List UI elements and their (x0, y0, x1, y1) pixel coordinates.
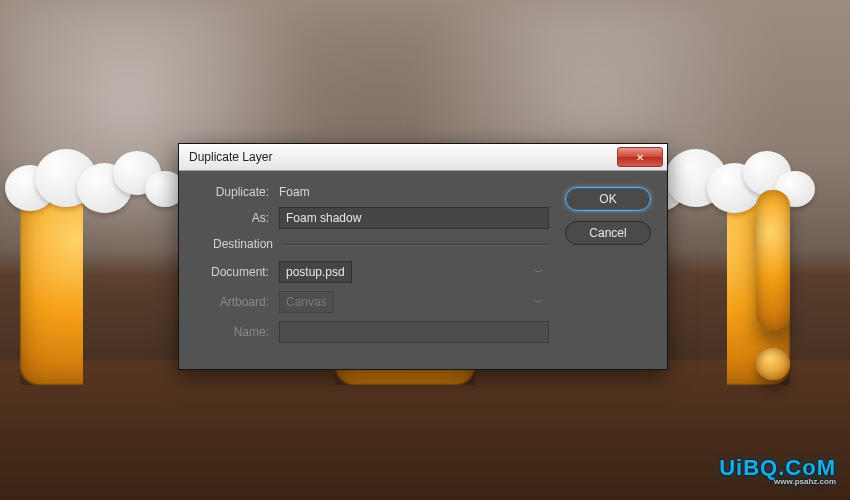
duplicate-layer-dialog: Duplicate Layer ✕ Duplicate: Foam As: De… (178, 143, 668, 370)
chevron-down-icon: ﹀ (534, 266, 543, 279)
foam-icon (5, 145, 175, 225)
as-label: As: (195, 211, 269, 225)
photoshop-canvas-scene: Duplicate Layer ✕ Duplicate: Foam As: De… (0, 0, 850, 500)
cancel-button[interactable]: Cancel (565, 221, 651, 245)
destination-label: Destination (213, 237, 273, 251)
name-input (279, 321, 549, 343)
dialog-form: Duplicate: Foam As: Destination Document… (195, 185, 549, 351)
destination-group-header: Destination (213, 237, 549, 251)
dialog-title: Duplicate Layer (189, 150, 272, 164)
close-icon: ✕ (636, 152, 644, 163)
chevron-down-icon: ﹀ (534, 296, 543, 309)
beer-letter-exclamation (756, 190, 790, 380)
duplicate-value: Foam (279, 185, 310, 199)
as-input[interactable] (279, 207, 549, 229)
document-label: Document: (195, 265, 269, 279)
ok-button[interactable]: OK (565, 187, 651, 211)
dialog-buttons: OK Cancel (565, 185, 651, 351)
beer-letter-p (20, 175, 160, 385)
watermark: UiBQ.CoM www.psahz.com (719, 455, 836, 486)
artboard-label: Artboard: (195, 295, 269, 309)
close-button[interactable]: ✕ (617, 147, 663, 167)
document-select[interactable]: postup.psd (279, 261, 352, 283)
artboard-select: Canvas (279, 291, 334, 313)
duplicate-label: Duplicate: (195, 185, 269, 199)
dialog-titlebar[interactable]: Duplicate Layer ✕ (179, 144, 667, 171)
name-label: Name: (195, 325, 269, 339)
dialog-content: Duplicate: Foam As: Destination Document… (179, 171, 667, 369)
